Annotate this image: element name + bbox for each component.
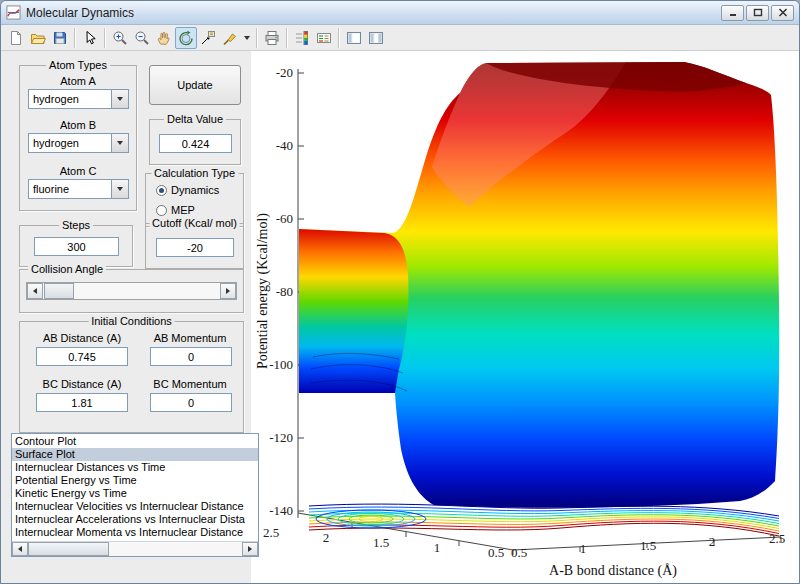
rotate-3d-icon (178, 30, 194, 46)
maximize-button[interactable] (746, 5, 769, 21)
toolbar-separator (256, 28, 258, 48)
ab-distance-input[interactable] (36, 347, 128, 366)
cursor-arrow-button[interactable] (79, 27, 101, 49)
slider-track[interactable] (43, 283, 220, 299)
bc-momentum-input[interactable] (150, 393, 232, 412)
update-button[interactable]: Update (149, 65, 241, 105)
panel-title: Initial Conditions (88, 315, 175, 327)
listbox-hscrollbar[interactable] (12, 541, 258, 556)
minimize-button[interactable] (721, 5, 744, 21)
scrollbar-track[interactable] (28, 542, 242, 556)
z-axis-label: Potential energy (Kcal/mol) (255, 213, 271, 369)
list-item[interactable]: Contour Plot (12, 435, 258, 448)
x-tick-left: 2 (323, 530, 330, 545)
list-item[interactable]: Internuclear Velocities vs Internuclear … (12, 500, 258, 513)
panel-title: Collision Angle (28, 263, 106, 275)
print-figure-button[interactable] (261, 27, 283, 49)
x-tick-right: 2.5 (769, 531, 785, 546)
list-item[interactable]: Kinetic Energy vs Time (12, 487, 258, 500)
steps-panel: Steps (19, 225, 133, 267)
atom-c-select[interactable]: fluorine (28, 179, 129, 199)
list-item[interactable]: Internuclear Distances vs Time (12, 461, 258, 474)
collision-angle-slider[interactable] (26, 282, 237, 300)
panel-title: Calculation Type (151, 167, 238, 179)
zoom-in-button[interactable] (109, 27, 131, 49)
window-title: Molecular Dynamics (26, 6, 134, 20)
open-file-icon (30, 30, 46, 46)
slider-right-arrow[interactable] (220, 283, 236, 299)
show-plot-tools-button[interactable] (365, 27, 387, 49)
list-item[interactable]: Potential Energy vs Time (12, 474, 258, 487)
chevron-down-icon (244, 36, 250, 40)
radio-mep[interactable]: MEP (156, 204, 195, 216)
radio-mep-dot[interactable] (156, 205, 167, 216)
pan-hand-button[interactable] (153, 27, 175, 49)
atom-b-select[interactable]: hydrogen (28, 133, 129, 153)
brush-button[interactable] (219, 27, 241, 49)
save-figure-icon (52, 30, 68, 46)
atom-b-dropdown-button[interactable] (111, 134, 128, 152)
hide-plot-tools-button[interactable] (343, 27, 365, 49)
atom-b-value: hydrogen (29, 134, 111, 152)
list-item[interactable]: Internuclear Accelerations vs Internucle… (12, 513, 258, 526)
data-cursor-button[interactable] (197, 27, 219, 49)
panel-title: Cutoff (Kcal/ mol) (149, 217, 240, 229)
plot-type-list: Contour Plot Surface Plot Internuclear D… (12, 434, 258, 541)
new-figure-button[interactable] (5, 27, 27, 49)
initial-conditions-panel: Initial Conditions AB Distance (A) AB Mo… (19, 321, 244, 433)
slider-thumb[interactable] (44, 283, 74, 299)
titlebar[interactable]: Molecular Dynamics (1, 1, 799, 25)
delta-value-panel: Delta Value (149, 119, 241, 165)
bc-distance-input[interactable] (36, 393, 128, 412)
minimize-icon (728, 8, 738, 17)
brush-icon (222, 30, 238, 46)
insert-legend-button[interactable] (313, 27, 335, 49)
toolbar-separator (74, 28, 76, 48)
maximize-icon (753, 8, 763, 17)
new-figure-icon (8, 30, 24, 46)
rotate-3d-button[interactable] (175, 27, 197, 49)
x-axis-label: A-B bond distance (Å) (549, 563, 677, 579)
cutoff-input[interactable] (156, 238, 234, 257)
radio-dynamics-dot[interactable] (156, 185, 167, 196)
list-item[interactable]: Internuclear Momenta vs Internuclear Dis… (12, 526, 258, 539)
delta-value-input[interactable] (159, 134, 232, 153)
scrollbar-left-arrow[interactable] (12, 542, 28, 556)
ab-momentum-input[interactable] (150, 347, 232, 366)
z-tick: -140 (269, 503, 293, 518)
x-tick-right: 2 (709, 534, 716, 549)
steps-input[interactable] (34, 237, 119, 256)
z-tick: -80 (276, 284, 293, 299)
z-tick: -40 (276, 138, 293, 153)
insert-colorbar-button[interactable] (291, 27, 313, 49)
chevron-down-icon (117, 187, 123, 191)
atom-a-select[interactable]: hydrogen (28, 89, 129, 109)
surface-plot[interactable]: -20 -40 -60 -80 -100 -120 -140 2.5 2 1.5… (251, 51, 800, 584)
atom-a-value: hydrogen (29, 90, 111, 108)
list-item-selected[interactable]: Surface Plot (12, 448, 258, 461)
app-window: Molecular Dynamics (0, 0, 800, 584)
arrow-left-icon (33, 288, 37, 294)
radio-dynamics[interactable]: Dynamics (156, 184, 219, 196)
panel-title: Delta Value (164, 113, 226, 125)
atom-c-dropdown-button[interactable] (111, 180, 128, 198)
radio-mep-label: MEP (171, 204, 195, 216)
cutoff-panel: Cutoff (Kcal/ mol) (145, 223, 244, 269)
radio-dynamics-label: Dynamics (171, 184, 219, 196)
x-tick-left: 0.5 (488, 545, 504, 560)
print-figure-icon (264, 30, 280, 46)
app-icon (6, 5, 21, 20)
atom-a-dropdown-button[interactable] (111, 90, 128, 108)
open-file-button[interactable] (27, 27, 49, 49)
plot-type-listbox[interactable]: Contour Plot Surface Plot Internuclear D… (11, 433, 259, 557)
close-button[interactable] (771, 5, 794, 21)
ab-momentum-label: AB Momentum (142, 332, 238, 344)
slider-left-arrow[interactable] (27, 283, 43, 299)
zoom-out-button[interactable] (131, 27, 153, 49)
scrollbar-thumb[interactable] (28, 542, 109, 556)
brush-dropdown-button[interactable] (241, 27, 253, 49)
atom-c-label: Atom C (20, 165, 136, 177)
figure-toolbar (1, 25, 799, 51)
save-figure-button[interactable] (49, 27, 71, 49)
atom-b-label: Atom B (20, 119, 136, 131)
